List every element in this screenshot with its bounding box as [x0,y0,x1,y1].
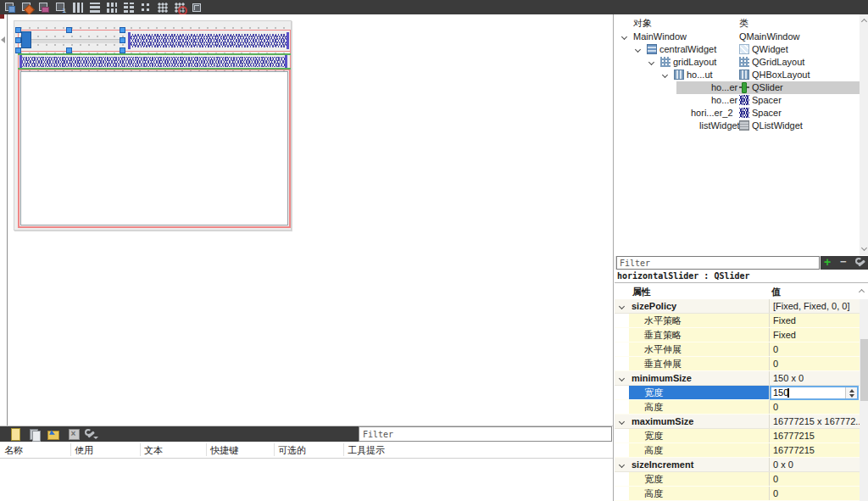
expand-chevron-icon[interactable] [648,59,655,66]
property-row[interactable]: 高度0 [615,400,868,415]
layout-grid-icon[interactable] [157,2,169,14]
object-tree-row[interactable]: ho...erQSlider [615,81,868,94]
property-row[interactable]: 水平策略Fixed [615,314,868,328]
list-widget-layout-border [19,70,290,227]
object-tree-row[interactable]: ho...utQHBoxLayout [615,69,868,81]
edit-widgets-icon[interactable] [4,2,16,14]
object-tree-row[interactable]: centralWidgetQWidget [615,43,868,56]
expand-chevron-icon[interactable] [635,47,642,53]
object-inspector-tree[interactable]: MainWindowQMainWindowcentralWidgetQWidge… [615,31,868,255]
property-row[interactable]: 宽度150 [615,386,868,400]
property-name: minimumSize [632,371,692,385]
selection-handle[interactable] [66,27,72,33]
adjust-size-icon[interactable] [191,2,203,14]
new-action-icon[interactable] [8,427,22,441]
property-name: 宽度 [644,429,663,443]
add-dynamic-property-button[interactable]: + [824,256,831,269]
form-editor-canvas[interactable] [8,14,613,426]
break-layout-icon[interactable] [174,2,186,14]
expand-chevron-icon[interactable] [621,34,628,41]
property-gutter [615,357,629,370]
property-value: 0 [773,357,778,370]
action-column-header[interactable]: 使用 [75,444,93,457]
expand-chevron-icon[interactable] [662,72,669,79]
action-column-header[interactable]: 快捷键 [210,444,238,457]
property-row[interactable]: sizeIncrement0 x 0 [615,458,868,472]
width-spinbox[interactable]: 150 [770,386,859,400]
property-value: 0 [773,342,778,356]
property-filter-buttons: + − [821,256,868,270]
spin-up-button[interactable] [846,387,858,392]
form-window[interactable] [14,20,292,231]
property-filter-input[interactable] [616,256,820,270]
action-column-header[interactable]: 工具提示 [348,444,385,457]
selection-handle[interactable] [120,47,125,53]
selection-handle[interactable] [15,27,21,33]
action-column-header[interactable]: 文本 [144,444,163,457]
property-editor-table[interactable]: sizePolicy[Fixed, Fixed, 0, 0]水平策略Fixed垂… [615,299,868,501]
selection-handle[interactable] [120,27,125,33]
action-column-header[interactable]: 名称 [4,444,23,457]
copy-action-icon[interactable] [28,427,42,441]
delete-action-icon[interactable] [67,427,81,441]
edit-action-icon[interactable] [47,427,60,441]
collapse-arrow-icon[interactable] [1,36,5,43]
object-tree-row[interactable]: MainWindowQMainWindow [615,31,868,43]
property-filter-row: + − [615,256,868,270]
object-tree-row[interactable]: ho...erSpacer [615,94,868,107]
object-name: ho...er [711,94,737,107]
spinbox-value[interactable]: 150 [773,387,788,398]
edit-buddies-icon[interactable] [38,2,50,14]
expand-chevron-icon[interactable] [619,376,626,382]
layout-vertical-icon[interactable] [89,2,101,14]
selection-handle[interactable] [66,47,72,53]
property-row[interactable]: 高度16777215 [615,443,868,458]
scroll-up-icon[interactable] [861,17,868,24]
object-tree-row[interactable]: hori...er_2Spacer [615,107,868,120]
list-widget[interactable] [20,71,288,225]
layout-horizontal-icon[interactable] [72,2,84,14]
property-scrollbar[interactable] [860,299,868,501]
widget-box-splitter[interactable] [0,14,8,426]
scroll-down-icon[interactable] [861,245,868,252]
scrollbar-thumb[interactable] [860,339,868,401]
property-row[interactable]: 垂直策略Fixed [615,328,868,342]
property-row[interactable]: maximumSize16777215 x 167772... [615,415,868,429]
dock-corner-mark [0,14,4,19]
property-row[interactable]: 宽度16777215 [615,429,868,443]
action-filter-input[interactable] [359,426,612,442]
object-class: Spacer [752,94,782,107]
selection-handle[interactable] [120,37,125,43]
object-tree-scrollbar[interactable] [860,14,868,255]
horizontal-spacer-widget[interactable] [130,34,287,47]
property-row[interactable]: 水平伸展0 [615,342,868,357]
property-row[interactable]: sizePolicy[Fixed, Fixed, 0, 0] [615,299,868,314]
horizontal-slider-widget[interactable] [21,31,31,48]
action-column-header[interactable]: 可选的 [278,444,306,457]
object-name: ho...er [711,81,737,94]
expand-chevron-icon[interactable] [619,419,626,426]
layout-horizontal-splitter-icon[interactable] [106,2,118,14]
horizontal-spacer-2-widget[interactable] [21,57,286,67]
header-separator [206,443,207,456]
property-row[interactable]: minimumSize150 x 0 [615,371,868,386]
property-row[interactable]: 垂直伸展0 [615,357,868,371]
spin-down-button[interactable] [846,393,858,398]
remove-dynamic-property-button[interactable]: − [840,256,847,268]
scroll-up-icon[interactable] [859,287,865,294]
layout-vertical-splitter-icon[interactable] [123,2,135,14]
object-tree-row[interactable]: listWidgetQListWidget [615,120,868,132]
layout-form-icon[interactable] [140,2,152,14]
selection-handle[interactable] [15,37,21,43]
object-tree-row[interactable]: gridLayoutQGridLayout [615,56,868,69]
edit-signals-slots-icon[interactable] [21,2,33,14]
expand-chevron-icon[interactable] [619,462,626,469]
edit-tab-order-icon[interactable] [55,2,67,14]
expand-chevron-icon[interactable] [619,303,626,310]
selection-handle[interactable] [15,47,21,53]
configure-property-editor-icon[interactable] [855,257,866,268]
configure-action-icon[interactable] [85,427,98,441]
property-row[interactable]: 宽度0 [615,472,868,487]
property-name: 高度 [644,400,663,414]
property-row[interactable]: 高度0 [615,487,868,501]
